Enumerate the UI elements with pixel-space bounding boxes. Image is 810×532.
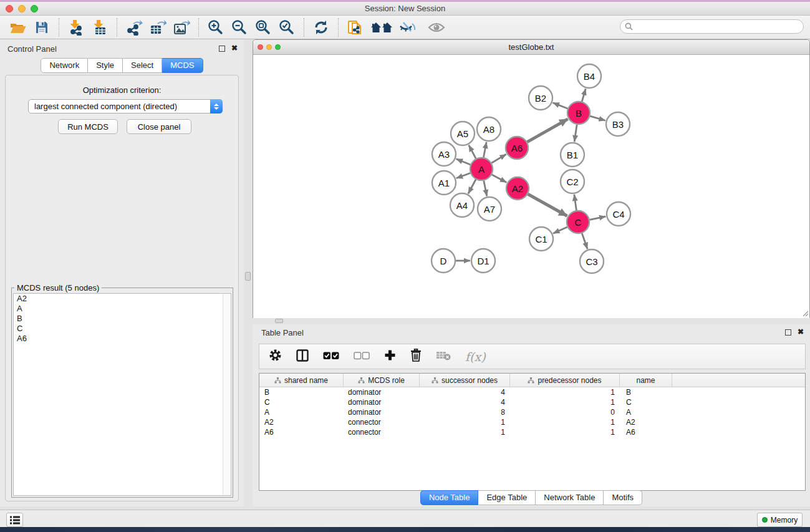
table-cell[interactable]: 1 xyxy=(420,417,510,427)
table-cell[interactable]: 1 xyxy=(510,427,620,437)
table-cell[interactable]: C xyxy=(620,397,672,407)
table-cell[interactable]: A xyxy=(259,407,344,417)
float-table-panel-icon[interactable] xyxy=(785,329,791,336)
float-panel-icon[interactable] xyxy=(219,46,225,52)
table-cell[interactable]: 0 xyxy=(510,407,620,417)
table-cell[interactable]: 8 xyxy=(420,407,510,417)
graph-edge-C-C1[interactable] xyxy=(553,227,567,233)
function-builder-button[interactable]: f(x) xyxy=(465,350,486,364)
table-tab-motifs[interactable]: Motifs xyxy=(604,490,642,505)
table-cell[interactable]: 1 xyxy=(510,397,620,407)
column-header-predecessor-nodes[interactable]: predecessor nodes xyxy=(510,374,620,387)
table-row[interactable]: Bdominator41B xyxy=(259,387,805,397)
graph-node-C[interactable]: C xyxy=(567,211,589,233)
graph-edge-B-B3[interactable] xyxy=(590,116,605,120)
graph-edge-A-A8[interactable] xyxy=(484,142,487,158)
graph-node-C2[interactable]: C2 xyxy=(561,170,584,193)
table-tab-edge-table[interactable]: Edge Table xyxy=(478,490,536,505)
graph-node-A8[interactable]: A8 xyxy=(477,117,501,141)
graph-node-B3[interactable]: B3 xyxy=(606,112,630,136)
graph-node-A7[interactable]: A7 xyxy=(478,197,501,221)
add-column-button[interactable] xyxy=(384,349,396,364)
mcds-result-item[interactable]: B xyxy=(14,314,231,324)
zoom-fit-button[interactable] xyxy=(254,18,272,37)
tab-style[interactable]: Style xyxy=(88,58,123,73)
graph-node-A4[interactable]: A4 xyxy=(450,193,474,217)
table-row[interactable]: A6connector11A6 xyxy=(259,427,805,437)
table-settings-button[interactable] xyxy=(269,349,282,364)
graph-node-A6[interactable]: A6 xyxy=(506,137,528,159)
import-table-button[interactable] xyxy=(90,18,109,37)
graph-node-A5[interactable]: A5 xyxy=(451,122,475,145)
graph-edge-B-B2[interactable] xyxy=(553,103,568,109)
graph-edge-A-A4[interactable] xyxy=(468,180,476,194)
run-mcds-button[interactable]: Run MCDS xyxy=(58,119,118,134)
memory-button[interactable]: Memory xyxy=(757,513,803,527)
graph-node-B[interactable]: B xyxy=(567,102,590,124)
graph-edge-A-A6[interactable] xyxy=(491,154,506,163)
table-cell[interactable]: 4 xyxy=(420,387,510,397)
zoom-out-button[interactable] xyxy=(230,18,249,37)
graph-node-A2[interactable]: A2 xyxy=(506,177,529,200)
graph-edge-A6-B[interactable] xyxy=(528,119,568,142)
mcds-result-item[interactable]: A2 xyxy=(14,294,231,304)
table-cell[interactable]: dominator xyxy=(344,397,420,407)
list-scrollbar[interactable] xyxy=(223,294,231,495)
graph-edge-B-B4[interactable] xyxy=(582,89,586,102)
deselect-all-rows-button[interactable] xyxy=(354,351,370,362)
mcds-result-item[interactable]: A6 xyxy=(14,334,231,344)
resize-grip-icon[interactable] xyxy=(801,309,809,317)
graph-node-B1[interactable]: B1 xyxy=(561,143,584,167)
graph-edge-C-C3[interactable] xyxy=(582,233,587,249)
zoom-selected-button[interactable] xyxy=(277,18,296,37)
graph-node-C3[interactable]: C3 xyxy=(580,249,604,273)
delete-column-button[interactable] xyxy=(410,349,422,364)
table-cell[interactable]: A2 xyxy=(620,417,672,427)
graph-node-C1[interactable]: C1 xyxy=(529,227,553,251)
graph-node-A[interactable]: A xyxy=(470,158,493,180)
column-header-mcds-role[interactable]: MCDS role xyxy=(344,374,420,387)
table-row[interactable]: Adominator80A xyxy=(259,407,805,417)
search-input[interactable] xyxy=(633,21,803,32)
graph-node-A3[interactable]: A3 xyxy=(432,142,456,166)
graph-node-D1[interactable]: D1 xyxy=(471,249,495,273)
table-cell[interactable]: connector xyxy=(344,427,420,437)
graph-edge-C-C4[interactable] xyxy=(590,216,606,220)
open-session-button[interactable] xyxy=(9,18,27,37)
graph-edge-C-C2[interactable] xyxy=(574,195,577,210)
table-cell[interactable]: 1 xyxy=(420,427,510,437)
table-cell[interactable]: C xyxy=(259,397,344,407)
delete-table-button[interactable] xyxy=(436,351,451,363)
import-network-button[interactable] xyxy=(67,18,85,37)
apply-layout-button[interactable] xyxy=(312,18,330,37)
table-cell[interactable]: A6 xyxy=(259,427,344,437)
column-header-name[interactable]: name xyxy=(620,374,672,387)
graph-edge-B-B1[interactable] xyxy=(574,125,577,142)
duplicate-network-button[interactable] xyxy=(346,18,365,37)
table-cell[interactable]: A xyxy=(620,407,672,417)
close-panel-icon[interactable]: ✖ xyxy=(231,44,238,52)
tab-select[interactable]: Select xyxy=(123,58,162,73)
export-table-button[interactable] xyxy=(148,18,167,37)
table-cell[interactable]: connector xyxy=(344,417,420,427)
select-all-rows-button[interactable] xyxy=(323,351,339,362)
birdseye-view-button[interactable] xyxy=(427,18,446,37)
column-options-button[interactable] xyxy=(296,349,309,364)
mcds-result-item[interactable]: A xyxy=(14,304,231,314)
graph-edge-A-A5[interactable] xyxy=(469,145,476,159)
table-tab-network-table[interactable]: Network Table xyxy=(536,490,604,505)
export-network-button[interactable] xyxy=(125,18,143,37)
hide-panel-button[interactable] xyxy=(398,18,417,37)
graph-node-B4[interactable]: B4 xyxy=(577,64,601,88)
search-field[interactable] xyxy=(620,19,804,34)
close-table-panel-icon[interactable]: ✖ xyxy=(798,327,804,336)
show-panels-button[interactable] xyxy=(6,513,23,527)
table-row[interactable]: Cdominator41C xyxy=(259,397,805,407)
table-cell[interactable]: dominator xyxy=(344,387,420,397)
show-home-button[interactable] xyxy=(370,18,393,37)
graph-edge-A-A3[interactable] xyxy=(456,159,470,165)
vertical-splitter-handle[interactable] xyxy=(245,272,251,281)
table-tab-node-table[interactable]: Node Table xyxy=(420,490,479,505)
mcds-result-item[interactable]: C xyxy=(14,324,231,334)
close-panel-button[interactable]: Close panel xyxy=(127,119,191,134)
